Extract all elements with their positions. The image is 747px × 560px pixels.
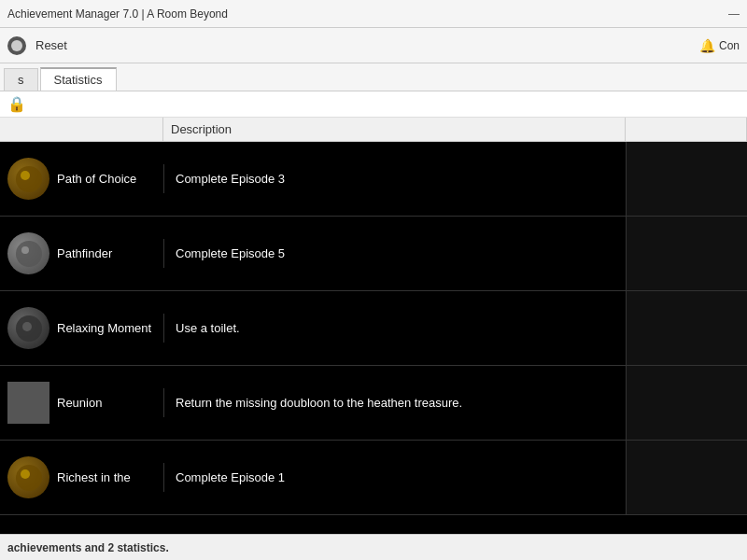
table-row: Richest in the Complete Episode 1 [0, 441, 747, 515]
window-title: Achievement Manager 7.0 | A Room Beyond [7, 7, 228, 21]
achievement-name: Richest in the [57, 470, 131, 484]
configure-label: Con [719, 39, 740, 52]
toolbar-right: 🔔 Con [699, 38, 740, 53]
tab-achievements[interactable]: s [4, 68, 38, 91]
achievement-extra [626, 441, 747, 514]
table-row: Reunion Return the missing doubloon to t… [0, 366, 747, 441]
svg-point-6 [22, 322, 32, 331]
achievement-icon [7, 307, 49, 349]
title-bar: Achievement Manager 7.0 | A Room Beyond … [0, 0, 747, 28]
svg-point-8 [21, 469, 30, 479]
col-header-name [0, 118, 163, 141]
lock-icon: 🔒 [7, 95, 26, 113]
achievement-extra [626, 366, 747, 440]
svg-point-3 [16, 241, 42, 267]
achievement-icon [7, 456, 49, 498]
achievement-thumbnail [14, 463, 44, 493]
column-headers: Description [0, 118, 747, 142]
ach-icon-cell: Pathfinder [0, 225, 163, 282]
trophy-icon [10, 39, 23, 52]
svg-point-0 [11, 40, 22, 51]
table-row: Path of Choice Complete Episode 3 [0, 142, 747, 217]
lock-row: 🔒 [0, 91, 747, 118]
ach-icon-cell: Relaxing Moment [0, 300, 163, 357]
toolbar: Reset 🔔 Con [0, 28, 747, 63]
toolbar-left: Reset [7, 36, 71, 55]
achievement-thumbnail [14, 239, 44, 269]
achievement-icon [7, 158, 49, 200]
bell-icon: 🔔 [699, 38, 715, 53]
achievement-description: Complete Episode 1 [163, 463, 626, 492]
svg-point-1 [16, 166, 42, 192]
achievement-extra [626, 217, 747, 290]
status-bar: achievements and 2 statistics. [0, 534, 747, 560]
achievement-thumbnail [14, 314, 44, 343]
achievement-description: Use a toilet. [163, 314, 626, 343]
reset-label: Reset [35, 38, 67, 52]
svg-point-7 [16, 465, 42, 491]
achievement-description: Complete Episode 3 [163, 164, 626, 193]
ach-icon-cell: Richest in the [0, 449, 163, 506]
col-header-extra [626, 118, 747, 141]
svg-point-2 [21, 171, 30, 180]
achievement-extra [626, 142, 747, 216]
achievement-description: Return the missing doubloon to the heath… [163, 388, 626, 417]
tab-statistics[interactable]: Statistics [40, 67, 117, 91]
window-controls: — [728, 7, 740, 21]
achievement-name: Reunion [57, 396, 102, 410]
achievement-name: Pathfinder [57, 246, 112, 260]
achievement-name: Path of Choice [57, 172, 136, 186]
reset-button[interactable]: Reset [32, 36, 71, 54]
ach-icon-cell: Path of Choice [0, 150, 163, 207]
content-wrapper: Description Path of Choice Complete Epis… [0, 118, 747, 560]
tab-achievements-label: s [18, 73, 24, 87]
achievement-extra [626, 291, 747, 365]
achievement-thumbnail [14, 164, 44, 194]
achievement-description: Complete Episode 5 [163, 239, 626, 268]
achievement-name: Relaxing Moment [57, 321, 151, 335]
app-icon [7, 36, 26, 55]
ach-icon-cell: Reunion [0, 374, 163, 431]
achievement-icon [7, 232, 49, 274]
table-row: Relaxing Moment Use a toilet. [0, 291, 747, 366]
col-header-description: Description [163, 118, 626, 141]
table-row: Pathfinder Complete Episode 5 [0, 217, 747, 291]
tabs-bar: s Statistics [0, 63, 747, 91]
status-text: achievements and 2 statistics. [7, 541, 169, 554]
svg-point-4 [21, 246, 29, 254]
achievements-table: Path of Choice Complete Episode 3 Pathfi… [0, 142, 747, 515]
achievement-icon [7, 382, 49, 424]
tab-statistics-label: Statistics [54, 73, 103, 87]
achievements-list: Path of Choice Complete Episode 3 Pathfi… [0, 142, 747, 560]
